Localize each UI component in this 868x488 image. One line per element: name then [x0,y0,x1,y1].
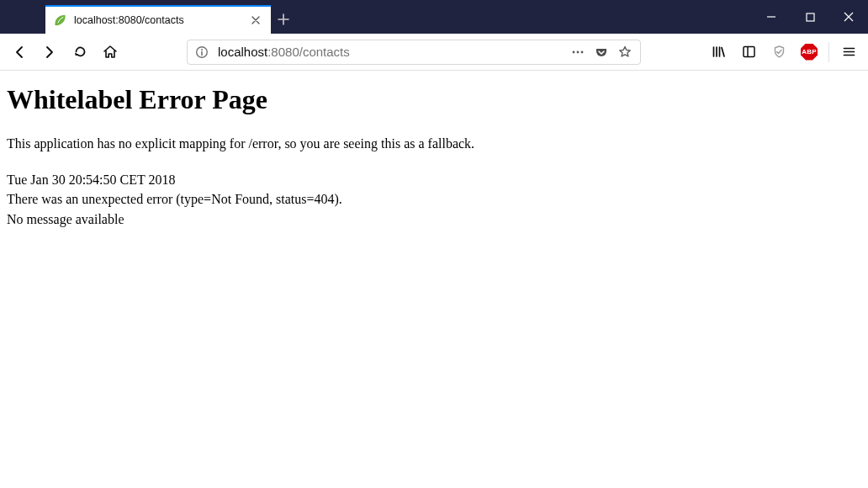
svg-rect-0 [807,13,814,21]
reload-button[interactable] [66,38,94,66]
tab-title: localhost:8080/contacts [74,14,247,26]
url-path: :8080/contacts [267,45,350,59]
svg-point-5 [581,50,584,53]
home-button[interactable] [96,38,124,66]
new-tab-button[interactable] [271,5,296,34]
back-button[interactable] [5,38,34,66]
error-detail: No message available [7,210,861,229]
site-info-icon[interactable] [191,41,213,63]
abp-badge: ABP [801,44,818,61]
minimize-button[interactable] [752,3,791,30]
window-controls [752,0,868,34]
url-host: localhost [218,45,267,59]
bookmark-star-icon[interactable] [613,40,637,64]
forward-button[interactable] [35,38,64,66]
svg-point-4 [577,50,580,53]
spring-favicon [54,13,67,27]
page-heading: Whitelabel Error Page [7,84,861,115]
close-window-button[interactable] [829,3,868,30]
browser-tab[interactable]: localhost:8080/contacts [45,5,271,34]
svg-point-2 [201,49,203,50]
svg-rect-6 [744,47,754,57]
sidebar-icon[interactable] [734,38,763,66]
browser-titlebar: localhost:8080/contacts [0,0,868,34]
tab-close-button[interactable] [247,12,264,29]
toolbar-separator [828,42,829,62]
page-actions-button[interactable] [566,40,590,64]
shield-icon[interactable] [765,38,793,66]
fallback-message: This application has no explicit mapping… [7,134,861,153]
error-summary: There was an unexpected error (type=Not … [7,189,861,209]
navigation-toolbar: localhost:8080/contacts ABP [0,34,868,71]
page-content: Whitelabel Error Page This application h… [0,71,868,242]
pocket-icon[interactable] [590,40,613,64]
svg-point-3 [573,50,575,53]
tab-strip: localhost:8080/contacts [45,5,296,34]
toolbar-right: ABP [704,38,863,66]
adblock-plus-icon[interactable]: ABP [795,38,823,66]
url-text[interactable]: localhost:8080/contacts [213,45,566,59]
library-icon[interactable] [704,38,733,66]
url-bar[interactable]: localhost:8080/contacts [187,40,641,65]
app-menu-button[interactable] [834,38,863,66]
maximize-button[interactable] [791,3,829,30]
error-timestamp: Tue Jan 30 20:54:50 CET 2018 [7,170,861,189]
